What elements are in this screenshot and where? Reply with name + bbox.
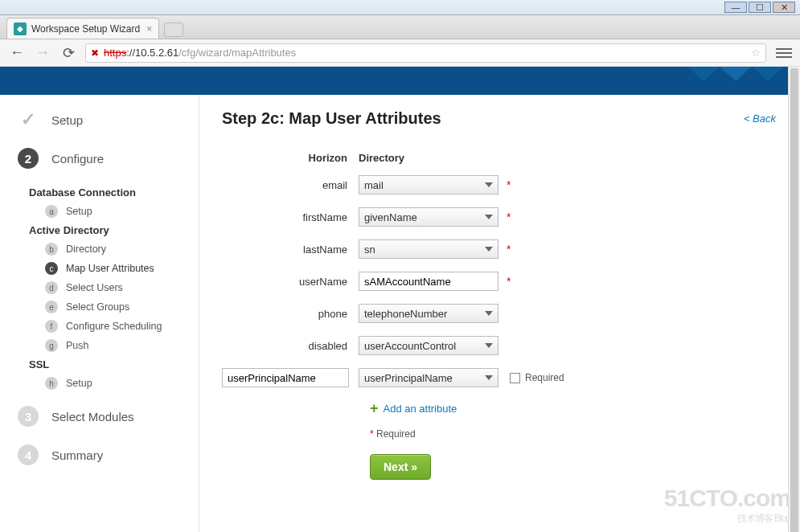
required-note: * Required	[370, 428, 777, 440]
subitem-configure-scheduling[interactable]: fConfigure Scheduling	[45, 320, 189, 333]
subitem-db-setup[interactable]: aSetup	[45, 205, 189, 218]
column-header-directory: Directory	[359, 152, 404, 164]
step-number: 4	[18, 444, 39, 465]
app-banner	[0, 67, 800, 95]
step-label: Select Modules	[51, 410, 134, 424]
tab-strip: ◆ Workspace Setup Wizard ×	[0, 15, 800, 39]
attribute-label: email	[222, 179, 359, 191]
step-setup[interactable]: ✓ Setup	[18, 109, 189, 130]
url-protocol: https	[104, 47, 126, 59]
chevron-down-icon	[485, 247, 493, 252]
step-configure[interactable]: 2 Configure	[18, 148, 189, 169]
step-number: 3	[18, 406, 39, 427]
back-link[interactable]: < Back	[744, 113, 776, 125]
custom-attribute-row: userPrincipalName Required	[222, 368, 777, 387]
attribute-label: phone	[222, 308, 359, 320]
attribute-label: firstName	[222, 211, 359, 223]
forward-button[interactable]: →	[34, 44, 51, 62]
attribute-label: disabled	[222, 340, 359, 352]
add-attribute-link[interactable]: + Add an attribute	[370, 400, 777, 417]
page-title: Step 2c: Map User Attributes	[222, 109, 777, 128]
url-path: /cfg/wizard/mapAttributes	[178, 47, 296, 59]
tab-title: Workspace Setup Wizard	[31, 23, 140, 35]
chevron-down-icon	[485, 343, 493, 348]
step-label: Configure	[51, 152, 104, 166]
step-select-modules[interactable]: 3 Select Modules	[18, 406, 189, 427]
attribute-form: Horizon Directory emailmail*firstNamegiv…	[222, 152, 777, 480]
ssl-warning-icon: ✖	[91, 47, 102, 59]
attribute-row-disabled: disableduserAccountControl	[222, 336, 777, 355]
subitem-map-user-attributes[interactable]: cMap User Attributes	[45, 262, 189, 275]
tab-close-icon[interactable]: ×	[146, 23, 152, 35]
required-star-icon: *	[507, 243, 511, 256]
required-star-icon: *	[507, 275, 511, 288]
group-active-directory: Active Directory	[29, 224, 189, 236]
attribute-row-lastName: lastNamesn*	[222, 239, 777, 259]
bookmark-star-icon[interactable]: ☆	[751, 47, 761, 59]
group-ssl: SSL	[29, 358, 189, 370]
subitem-ssl-setup[interactable]: hSetup	[45, 377, 189, 390]
step-label: Summary	[51, 448, 103, 462]
subitem-select-groups[interactable]: eSelect Groups	[45, 301, 189, 313]
wizard-sidebar: ✓ Setup 2 Configure Database Connection …	[0, 95, 199, 532]
chevron-down-icon	[485, 215, 493, 219]
new-tab-button[interactable]	[164, 23, 183, 37]
next-button[interactable]: Next »	[370, 454, 431, 480]
attribute-row-userName: userName*	[222, 272, 777, 291]
chevron-down-icon	[485, 311, 493, 316]
minimize-button[interactable]: —	[724, 2, 747, 13]
attribute-select-phone[interactable]: telephoneNumber	[359, 304, 498, 323]
subitem-select-users[interactable]: dSelect Users	[45, 281, 189, 294]
attribute-label: userName	[222, 276, 359, 288]
custom-attribute-name-input[interactable]	[222, 368, 349, 387]
reload-button[interactable]: ⟳	[59, 44, 77, 62]
url-host: ://10.5.2.61	[126, 47, 178, 59]
step-number: 2	[18, 148, 39, 169]
group-database-connection: Database Connection	[29, 186, 189, 198]
column-header-horizon: Horizon	[222, 152, 359, 164]
attribute-select-disabled[interactable]: userAccountControl	[359, 336, 498, 355]
attribute-select-firstName[interactable]: givenName	[359, 207, 498, 227]
scrollbar[interactable]	[788, 67, 800, 532]
attribute-select-lastName[interactable]: sn	[359, 239, 498, 259]
back-button[interactable]: ←	[8, 44, 26, 62]
content-area: Step 2c: Map User Attributes < Back Hori…	[199, 95, 800, 532]
subitem-directory[interactable]: bDirectory	[45, 243, 189, 256]
plus-icon: +	[370, 400, 379, 417]
close-button[interactable]: ✕	[773, 2, 795, 13]
attribute-input-userName[interactable]	[359, 272, 498, 291]
attribute-row-firstName: firstNamegivenName*	[222, 207, 777, 227]
step-label: Setup	[51, 113, 83, 127]
required-star-icon: *	[507, 178, 511, 191]
chevron-down-icon	[485, 375, 493, 380]
browser-menu-button[interactable]	[776, 48, 792, 58]
attribute-select-email[interactable]: mail	[359, 175, 498, 194]
attribute-label: lastName	[222, 243, 359, 256]
browser-tab[interactable]: ◆ Workspace Setup Wizard ×	[6, 18, 159, 39]
watermark: 51CTO.com 技术博客 Blog	[664, 485, 790, 526]
custom-attribute-select[interactable]: userPrincipalName	[359, 368, 498, 387]
required-star-icon: *	[507, 211, 511, 223]
required-checkbox[interactable]	[510, 373, 520, 383]
required-checkbox-label: Required	[525, 372, 564, 383]
check-icon: ✓	[21, 109, 35, 130]
address-bar[interactable]: ✖ https ://10.5.2.61 /cfg/wizard/mapAttr…	[85, 43, 766, 63]
step-summary[interactable]: 4 Summary	[18, 444, 189, 465]
window-titlebar: — ☐ ✕	[0, 0, 800, 15]
maximize-button[interactable]: ☐	[749, 2, 771, 13]
browser-toolbar: ← → ⟳ ✖ https ://10.5.2.61 /cfg/wizard/m…	[0, 39, 800, 67]
attribute-row-email: emailmail*	[222, 175, 777, 194]
subitem-push[interactable]: gPush	[45, 339, 189, 352]
favicon-icon: ◆	[14, 23, 27, 35]
attribute-row-phone: phonetelephoneNumber	[222, 304, 777, 323]
chevron-down-icon	[485, 182, 493, 187]
